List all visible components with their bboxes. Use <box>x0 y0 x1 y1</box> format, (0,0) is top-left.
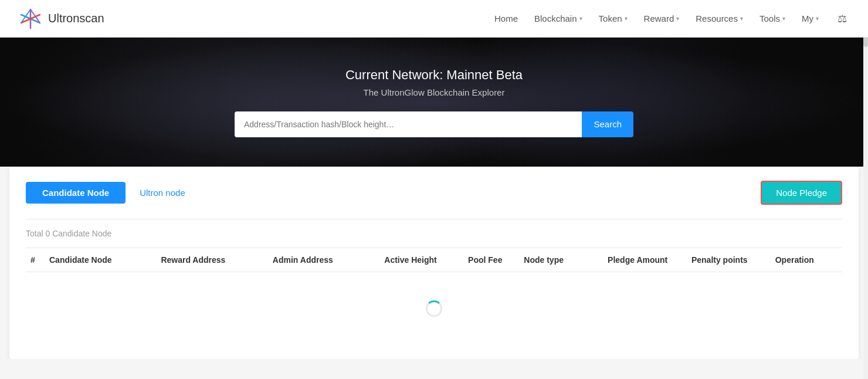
col-header-admin: Admin Address <box>273 255 384 265</box>
col-header-penalty: Penalty points <box>691 255 775 265</box>
chevron-down-icon: ▾ <box>579 15 582 22</box>
content-panel: Candidate Node Ultron node Node Pledge T… <box>9 167 859 359</box>
brand-name: Ultronscan <box>48 12 104 25</box>
hero-section: Current Network: Mainnet Beta The Ultron… <box>0 38 868 167</box>
chevron-down-icon: ▾ <box>676 15 679 22</box>
chevron-down-icon: ▾ <box>740 15 743 22</box>
col-header-reward: Reward Address <box>161 255 272 265</box>
nav-item-blockchain[interactable]: Blockchain ▾ <box>534 13 582 23</box>
col-header-active: Active Height <box>384 255 468 265</box>
logo-icon <box>19 7 42 31</box>
nav-item-token[interactable]: Token ▾ <box>599 13 628 23</box>
nav-menu: Home Blockchain ▾ Token ▾ Reward ▾ Resou… <box>494 10 849 28</box>
nav-item-home[interactable]: Home <box>494 13 518 23</box>
table-header: # Candidate Node Reward Address Admin Ad… <box>26 248 842 272</box>
col-header-candidate: Candidate Node <box>49 255 161 265</box>
scrollbar-track[interactable] <box>863 0 868 359</box>
nav-link-token[interactable]: Token ▾ <box>599 13 628 23</box>
nav-item-resources[interactable]: Resources ▾ <box>696 13 743 23</box>
col-header-operation: Operation <box>775 255 842 265</box>
nav-link-reward[interactable]: Reward ▾ <box>644 13 680 23</box>
node-pledge-button[interactable]: Node Pledge <box>761 181 842 205</box>
settings-icon-button[interactable]: ⚖ <box>835 10 849 28</box>
col-header-pool: Pool Fee <box>468 255 524 265</box>
col-header-pledge: Pledge Amount <box>608 255 691 265</box>
brand: Ultronscan <box>19 7 104 31</box>
tab-ultron-node[interactable]: Ultron node <box>140 188 185 198</box>
nav-link-tools[interactable]: Tools ▾ <box>760 13 785 23</box>
nav-link-my[interactable]: My ▾ <box>802 13 819 23</box>
hero-title: Current Network: Mainnet Beta <box>345 67 523 83</box>
total-count-label: Total 0 Candidate Node <box>26 229 842 238</box>
chevron-down-icon: ▾ <box>816 15 819 22</box>
chevron-down-icon: ▾ <box>782 15 785 22</box>
loading-area <box>26 272 842 345</box>
loading-spinner <box>426 300 442 317</box>
search-bar: Search <box>235 111 633 137</box>
nav-item-my[interactable]: My ▾ <box>802 13 819 23</box>
nav-link-resources[interactable]: Resources ▾ <box>696 13 743 23</box>
search-button[interactable]: Search <box>582 111 633 137</box>
nav-link-home[interactable]: Home <box>494 13 518 23</box>
tab-row: Candidate Node Ultron node Node Pledge <box>26 181 842 205</box>
section-divider <box>26 219 842 219</box>
col-header-nodetype: Node type <box>524 255 608 265</box>
navbar: Ultronscan Home Blockchain ▾ Token ▾ Rew… <box>0 0 868 38</box>
hero-subtitle: The UltronGlow Blockchain Explorer <box>364 87 505 97</box>
nav-item-tools[interactable]: Tools ▾ <box>760 13 785 23</box>
tab-candidate-node[interactable]: Candidate Node <box>26 182 126 204</box>
col-header-num: # <box>26 255 49 265</box>
chevron-down-icon: ▾ <box>625 15 628 22</box>
nav-item-settings[interactable]: ⚖ <box>835 10 849 28</box>
search-input[interactable] <box>235 111 582 137</box>
nav-item-reward[interactable]: Reward ▾ <box>644 13 680 23</box>
nav-link-blockchain[interactable]: Blockchain ▾ <box>534 13 582 23</box>
